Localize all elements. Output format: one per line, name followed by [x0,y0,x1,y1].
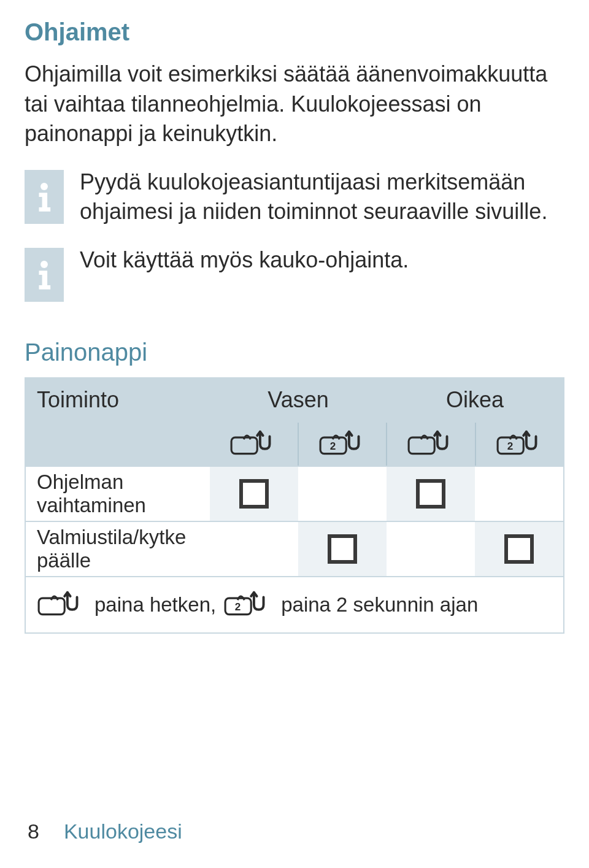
press-short-icon [229,429,277,459]
svg-rect-2 [231,437,257,454]
press-short-icon [407,429,455,459]
info-icon [25,170,64,224]
page-title: Ohjaimet [25,18,564,46]
svg-rect-8 [39,598,64,615]
cell-r1[interactable] [387,522,475,576]
row-label: Valmiustila/kytke päälle [26,522,210,576]
blank-cell [26,423,210,466]
table-legend-row: paina hetken, 2 paina 2 sekunnin ajan [26,577,563,632]
svg-text:2: 2 [235,601,241,613]
info-icon [25,248,64,302]
page-footer: 8 Kuulokojeesi [28,820,182,843]
icon-right-short [386,423,475,466]
legend-long: paina 2 sekunnin ajan [281,593,478,616]
icon-left-short [210,423,298,466]
controls-table: Toiminto Vasen Oikea 2 [25,377,564,634]
info-text-1: Pyydä kuulokojeasiantuntijaasi merkitsem… [80,167,564,227]
press-long-icon: 2 [318,429,366,459]
svg-point-0 [40,183,48,190]
col-right: Oikea [387,378,563,421]
cell-l1[interactable] [210,522,298,576]
svg-text:2: 2 [329,440,336,452]
checkbox[interactable] [328,534,357,564]
intro-paragraph: Ohjaimilla voit esimerkiksi säätää äänen… [25,60,564,149]
table-title: Painonappi [25,339,564,366]
table-header-icons: 2 2 [26,423,563,467]
legend-short: paina hetken, [94,593,216,616]
svg-point-1 [40,261,48,268]
info-block-1: Pyydä kuulokojeasiantuntijaasi merkitsem… [25,167,564,227]
cell-l1[interactable] [210,467,298,521]
table-row: Ohjelman vaihtaminen [26,467,563,522]
row-label: Ohjelman vaihtaminen [26,467,210,521]
cell-r2[interactable] [475,467,563,521]
press-long-icon: 2 [496,429,544,459]
page-number: 8 [28,820,39,843]
cell-r1[interactable] [387,467,475,521]
icon-left-long: 2 [298,423,387,466]
cell-r2[interactable] [475,522,563,576]
checkbox[interactable] [416,479,445,509]
press-long-icon: 2 [223,590,271,620]
svg-text:2: 2 [507,440,513,452]
icon-right-long: 2 [475,423,564,466]
checkbox[interactable] [504,534,534,564]
svg-rect-5 [409,437,434,454]
cell-l2[interactable] [298,522,387,576]
info-text-2: Voit käyttää myös kauko-ohjainta. [80,245,409,275]
table-row: Valmiustila/kytke päälle [26,522,563,577]
cell-l2[interactable] [298,467,387,521]
table-header-row: Toiminto Vasen Oikea [26,378,563,423]
press-short-icon [37,590,85,620]
checkbox[interactable] [239,479,269,509]
info-block-2: Voit käyttää myös kauko-ohjainta. [25,245,564,302]
footer-section: Kuulokojeesi [64,820,182,843]
col-function: Toiminto [26,378,210,421]
col-left: Vasen [210,378,387,421]
